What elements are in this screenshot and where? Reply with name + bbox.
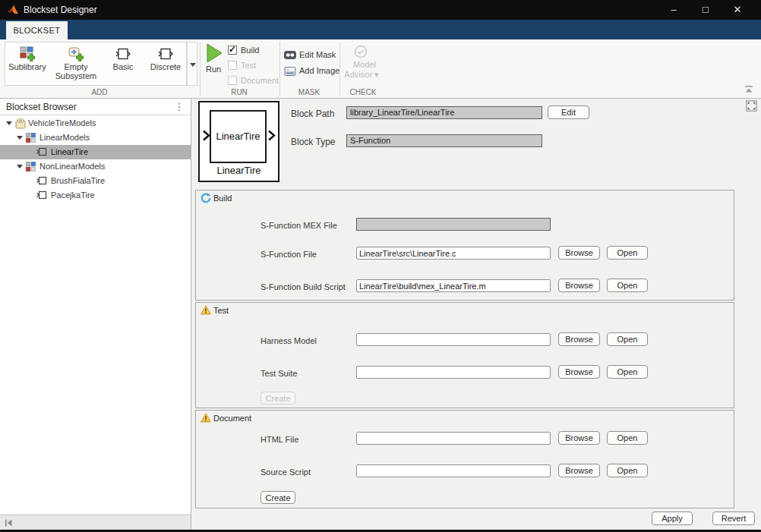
build-script-browse-button[interactable]: Browse [558, 279, 600, 292]
build-script-input[interactable] [356, 279, 551, 292]
html-browse-button[interactable]: Browse [558, 431, 600, 445]
panel-status-bar [0, 515, 191, 530]
block-icon [36, 147, 47, 158]
test-suite-open-button[interactable]: Open [607, 365, 648, 379]
add-empty-subsystem-button[interactable]: Empty Subsystem [49, 42, 103, 87]
collapse-ribbon-icon [744, 85, 754, 94]
sublibrary-label: Sublibrary [8, 62, 46, 71]
sublibrary-icon [20, 46, 35, 61]
test-checkbox-label: Test [241, 61, 256, 70]
expander-icon[interactable] [17, 165, 23, 168]
model-advisor-icon [354, 45, 368, 58]
source-browse-button[interactable]: Browse [558, 464, 600, 477]
expander-icon[interactable] [17, 136, 23, 140]
sublibrary-icon [26, 133, 36, 143]
source-script-label: Source Script [261, 467, 311, 477]
add-image-button[interactable]: Add Image [299, 66, 339, 75]
tree-item-linearmodels[interactable]: LinearModels [0, 131, 191, 145]
maximize-panel-button[interactable] [746, 100, 757, 112]
collapse-panel-icon[interactable] [5, 519, 13, 527]
source-open-button[interactable]: Open [607, 464, 648, 477]
expander-icon[interactable] [6, 121, 12, 125]
document-section: Document HTML File Browse Open Source Sc… [195, 410, 734, 508]
run-label[interactable]: Run [206, 65, 221, 74]
tab-blockset[interactable]: BLOCKSET [6, 21, 68, 39]
build-script-open-button[interactable]: Open [607, 279, 648, 292]
minimize-button[interactable]: – [661, 0, 687, 20]
revert-button[interactable]: Revert [712, 512, 755, 525]
sfunction-file-browse-button[interactable]: Browse [558, 246, 600, 260]
run-button[interactable] [206, 43, 223, 63]
tree-item-pacejkatire[interactable]: PacejkaTire [0, 188, 191, 203]
close-button[interactable]: ✕ [725, 0, 750, 20]
output-port-icon [267, 130, 275, 140]
discrete-block-icon [158, 46, 173, 61]
edit-mask-button[interactable]: Edit Mask [299, 50, 336, 59]
build-section: Build S-Function MEX File S-Function Fil… [195, 190, 734, 301]
maximize-button[interactable]: □ [693, 0, 718, 20]
create-document-button[interactable]: Create [261, 491, 295, 504]
tree-item-vehicletiremodels[interactable]: VehicleTireModels [0, 116, 191, 131]
block-icon [36, 190, 47, 201]
minimize-ribbon-button[interactable] [744, 85, 754, 94]
block-icon [36, 176, 47, 187]
empty-subsystem-label2: Subsystem [55, 71, 96, 80]
blockset-browser-panel: Blockset Browser ⋮ VehicleTireModels [0, 99, 191, 515]
add-group-label: ADD [50, 88, 149, 96]
sublibrary-icon [26, 162, 36, 172]
blockset-designer-window: Blockset Designer – □ ✕ BLOCKSET S [0, 0, 761, 532]
ribbon: Sublibrary Empty Subsystem [0, 39, 761, 99]
check-group-label: CHECK [340, 88, 386, 96]
add-image-icon [284, 67, 296, 76]
harness-model-input[interactable] [356, 333, 551, 346]
test-suite-input[interactable] [356, 366, 551, 379]
build-checkbox-label: Build [241, 46, 259, 55]
block-type-field: S-Function [346, 134, 542, 147]
harness-open-button[interactable]: Open [607, 332, 648, 346]
empty-subsystem-icon [68, 46, 84, 61]
input-port-icon [202, 130, 210, 140]
block-preview-caption: LinearTire [200, 165, 278, 176]
browser-title: Blockset Browser [6, 102, 77, 112]
block-preview: LinearTire LinearTire [198, 101, 279, 182]
build-status-icon [201, 193, 211, 203]
add-discrete-button[interactable]: Discrete [144, 42, 188, 87]
kebab-menu-icon[interactable]: ⋮ [174, 101, 185, 113]
tree-item-lineartire[interactable]: LinearTire [0, 145, 191, 159]
add-basic-button[interactable]: Basic [103, 42, 144, 87]
harness-browse-button[interactable]: Browse [558, 332, 600, 346]
run-group-label: RUN [216, 88, 262, 96]
tree-item-nonlinearmodels[interactable]: NonLinearModels [0, 159, 191, 174]
source-script-input[interactable] [356, 464, 551, 477]
chevron-down-icon [190, 63, 196, 67]
model-advisor-label2: Advisor ▾ [343, 70, 380, 80]
window-title: Blockset Designer [24, 5, 97, 15]
edit-block-path-button[interactable]: Edit [548, 105, 589, 119]
html-open-button[interactable]: Open [607, 431, 648, 445]
warning-icon [201, 305, 211, 316]
apply-button[interactable]: Apply [652, 512, 693, 525]
basic-label: Basic [113, 62, 134, 71]
run-play-icon [206, 43, 223, 63]
toolstrip-tab-bar: BLOCKSET [0, 20, 761, 39]
sfunction-file-open-button[interactable]: Open [607, 246, 648, 260]
test-section: Test Harness Model Browse Open Test Suit… [195, 302, 734, 408]
mex-file-label: S-Function MEX File [261, 221, 337, 230]
mask-group-label: MASK [286, 88, 332, 96]
sfunction-file-input[interactable] [356, 247, 551, 260]
empty-subsystem-label: Empty [64, 62, 87, 71]
gallery-dropdown-button[interactable] [187, 42, 197, 86]
document-section-title: Document [213, 414, 251, 423]
build-script-label: S-Function Build Script [261, 282, 346, 291]
add-sublibrary-button[interactable]: Sublibrary [5, 42, 49, 87]
matlab-logo-icon [7, 4, 19, 16]
html-file-label: HTML File [261, 435, 298, 444]
html-file-input[interactable] [356, 432, 551, 445]
build-checkbox[interactable]: ✓ [228, 46, 237, 55]
library-icon [15, 118, 26, 129]
tree-item-brushfialatire[interactable]: BrushFialaTire [0, 174, 191, 188]
test-suite-browse-button[interactable]: Browse [558, 365, 600, 379]
harness-model-label: Harness Model [261, 336, 317, 345]
warning-icon [201, 413, 211, 423]
group-divider [279, 42, 280, 96]
